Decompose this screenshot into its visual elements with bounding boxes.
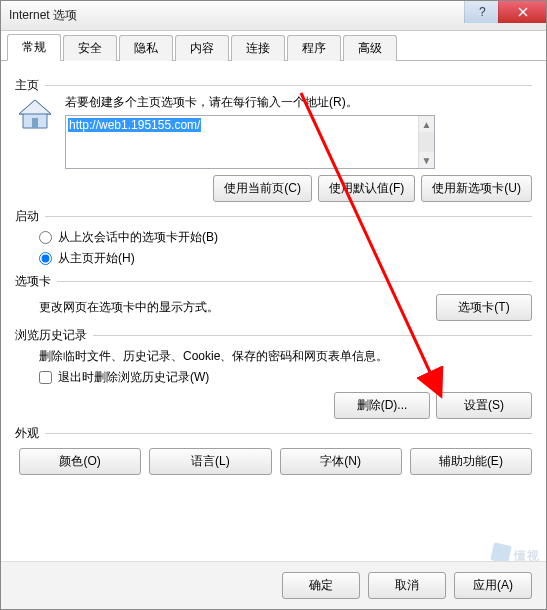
- group-label: 选项卡: [15, 273, 51, 290]
- tab-strip: 常规安全隐私内容连接程序高级: [1, 31, 546, 61]
- radio-home[interactable]: [39, 252, 52, 265]
- divider: [57, 281, 532, 282]
- radio-label: 从主页开始(H): [58, 250, 135, 267]
- delete-on-exit-row[interactable]: 退出时删除浏览历史记录(W): [39, 369, 532, 386]
- svg-rect-4: [32, 118, 38, 128]
- svg-text:?: ?: [479, 7, 486, 17]
- homepage-desc: 若要创建多个主页选项卡，请在每行输入一个地址(R)。: [65, 94, 532, 111]
- dialog-footer: 确定 取消 应用(A): [1, 561, 546, 609]
- tabs-desc: 更改网页在选项卡中的显示方式。: [39, 299, 436, 316]
- scrollbar[interactable]: ▲ ▼: [418, 116, 434, 168]
- delete-on-exit-checkbox[interactable]: [39, 371, 52, 384]
- group-appearance: 外观: [15, 425, 532, 442]
- tab-4[interactable]: 连接: [231, 35, 285, 61]
- startup-last-session-row[interactable]: 从上次会话中的选项卡开始(B): [39, 229, 532, 246]
- tabs-button[interactable]: 选项卡(T): [436, 294, 532, 321]
- window-title: Internet 选项: [9, 7, 77, 24]
- apply-button[interactable]: 应用(A): [454, 572, 532, 599]
- group-homepage: 主页: [15, 77, 532, 94]
- divider: [45, 85, 532, 86]
- close-button[interactable]: [498, 1, 546, 23]
- divider: [45, 216, 532, 217]
- divider: [93, 335, 532, 336]
- history-desc: 删除临时文件、历史记录、Cookie、保存的密码和网页表单信息。: [39, 348, 532, 365]
- svg-marker-5: [19, 100, 51, 114]
- radio-last-session[interactable]: [39, 231, 52, 244]
- group-label: 启动: [15, 208, 39, 225]
- cancel-button[interactable]: 取消: [368, 572, 446, 599]
- tab-3[interactable]: 内容: [175, 35, 229, 61]
- divider: [45, 433, 532, 434]
- font-button[interactable]: 字体(N): [280, 448, 402, 475]
- tab-2[interactable]: 隐私: [119, 35, 173, 61]
- tab-6[interactable]: 高级: [343, 35, 397, 61]
- startup-home-row[interactable]: 从主页开始(H): [39, 250, 532, 267]
- language-button[interactable]: 语言(L): [149, 448, 271, 475]
- tab-content: 主页 若要创建多个主页选项卡，请在每行输入一个地址(R)。 http://web…: [1, 61, 546, 485]
- use-newtab-button[interactable]: 使用新选项卡(U): [421, 175, 532, 202]
- homepage-url-input[interactable]: http://web1.195155.com/ ▲ ▼: [65, 115, 435, 169]
- ok-button[interactable]: 确定: [282, 572, 360, 599]
- titlebar: Internet 选项 ?: [1, 1, 546, 31]
- radio-label: 从上次会话中的选项卡开始(B): [58, 229, 218, 246]
- group-label: 浏览历史记录: [15, 327, 87, 344]
- group-startup: 启动: [15, 208, 532, 225]
- window-buttons: ?: [464, 1, 546, 23]
- homepage-url-text: http://web1.195155.com/: [68, 118, 201, 132]
- home-icon: [15, 94, 55, 134]
- delete-button[interactable]: 删除(D)...: [334, 392, 430, 419]
- use-default-button[interactable]: 使用默认值(F): [318, 175, 415, 202]
- color-button[interactable]: 颜色(O): [19, 448, 141, 475]
- group-label: 主页: [15, 77, 39, 94]
- group-tabs: 选项卡: [15, 273, 532, 290]
- dialog-window: Internet 选项 ? 常规安全隐私内容连接程序高级 主页: [0, 0, 547, 610]
- tab-0[interactable]: 常规: [7, 34, 61, 61]
- tab-5[interactable]: 程序: [287, 35, 341, 61]
- help-button[interactable]: ?: [464, 1, 498, 23]
- scroll-up-icon[interactable]: ▲: [419, 116, 434, 132]
- tab-1[interactable]: 安全: [63, 35, 117, 61]
- accessibility-button[interactable]: 辅助功能(E): [410, 448, 532, 475]
- group-history: 浏览历史记录: [15, 327, 532, 344]
- checkbox-label: 退出时删除浏览历史记录(W): [58, 369, 209, 386]
- settings-button[interactable]: 设置(S): [436, 392, 532, 419]
- use-current-button[interactable]: 使用当前页(C): [213, 175, 312, 202]
- scroll-down-icon[interactable]: ▼: [419, 152, 434, 168]
- group-label: 外观: [15, 425, 39, 442]
